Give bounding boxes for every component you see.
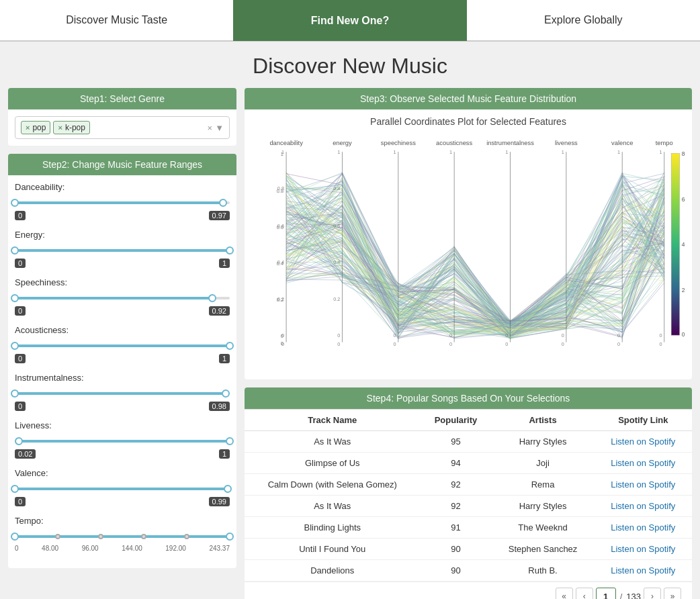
slider-fill-5 bbox=[19, 440, 230, 443]
slider-thumb-tempo-60[interactable] bbox=[141, 534, 146, 539]
tempo-tick-4: 192.00 bbox=[165, 545, 186, 552]
svg-text:40: 40 bbox=[682, 241, 685, 248]
slider-thumb-right-4[interactable] bbox=[222, 389, 230, 398]
slider-thumb-left-1[interactable] bbox=[11, 246, 19, 255]
svg-text:0.8: 0.8 bbox=[277, 185, 284, 191]
slider-val-right-3: 1 bbox=[219, 354, 230, 363]
table-row: As It Was95Harry StylesListen on Spotify bbox=[245, 431, 692, 453]
genre-dropdown-icon[interactable]: ▼ bbox=[215, 123, 224, 133]
slider-row-tempo: Tempo:048.0096.00144.00192.00243.37 bbox=[15, 516, 230, 552]
cell-link-2: Listen on Spotify bbox=[595, 474, 692, 496]
page-total: 133 bbox=[626, 592, 641, 599]
slider-track-4[interactable] bbox=[15, 387, 230, 400]
svg-text:0: 0 bbox=[562, 341, 564, 347]
slider-thumb-left-2[interactable] bbox=[11, 294, 19, 302]
genre-tag-pop-remove[interactable]: × bbox=[26, 124, 30, 132]
cell-artist-6: Ruth B. bbox=[491, 560, 594, 582]
cell-popularity-2: 92 bbox=[421, 474, 492, 496]
slider-thumb-tempo-0[interactable] bbox=[11, 533, 19, 541]
slider-label-3: Acousticness: bbox=[15, 325, 230, 335]
slider-thumb-right-3[interactable] bbox=[226, 342, 234, 350]
page-next-btn[interactable]: › bbox=[644, 588, 661, 599]
page-prev-btn[interactable]: ‹ bbox=[576, 588, 593, 599]
table-header-row: Track NamePopularityArtistsSpotify Link bbox=[245, 410, 692, 431]
cell-track-6: Dandelions bbox=[245, 560, 421, 582]
step1-section: Step1: Select Genre × pop × k-pop × bbox=[8, 88, 236, 146]
right-panel: Step3: Observe Selected Music Feature Di… bbox=[245, 88, 692, 599]
cell-popularity-0: 95 bbox=[421, 431, 492, 453]
slider-fill-2 bbox=[15, 297, 212, 300]
page-sep: / bbox=[619, 592, 624, 599]
slider-row-0: Danceability:00.97 bbox=[15, 182, 230, 220]
chart-title: Parallel Coordinates Plot for Selected F… bbox=[251, 116, 685, 127]
svg-text:1: 1 bbox=[449, 149, 452, 155]
tab-discover[interactable]: Discover Music Taste bbox=[0, 0, 233, 41]
tempo-tick-3: 144.00 bbox=[122, 545, 142, 552]
slider-thumb-tempo-100[interactable] bbox=[226, 533, 234, 541]
slider-track-tempo[interactable] bbox=[15, 530, 230, 543]
genre-clear-icon[interactable]: × bbox=[208, 123, 213, 133]
slider-thumb-left-4[interactable] bbox=[11, 389, 19, 398]
genre-controls[interactable]: × ▼ bbox=[208, 123, 224, 133]
spotify-link-1[interactable]: Listen on Spotify bbox=[611, 458, 675, 468]
slider-track-0[interactable] bbox=[15, 196, 230, 210]
songs-table-wrapper[interactable]: Track NamePopularityArtistsSpotify Link … bbox=[245, 409, 692, 582]
slider-track-5[interactable] bbox=[15, 434, 230, 448]
genre-tag-pop: × pop bbox=[21, 121, 50, 134]
svg-text:80: 80 bbox=[682, 150, 685, 157]
cell-link-5: Listen on Spotify bbox=[595, 539, 692, 560]
col-header-3: Spotify Link bbox=[595, 410, 692, 431]
slider-values-5: 0.021 bbox=[15, 449, 230, 459]
slider-track-1[interactable] bbox=[15, 244, 230, 257]
slider-track-bg-5 bbox=[15, 440, 230, 443]
tab-find[interactable]: Find New One? bbox=[233, 0, 466, 41]
step4-section: Step4: Popular Songs Based On Your Selec… bbox=[245, 387, 692, 599]
slider-thumb-left-0[interactable] bbox=[11, 199, 19, 207]
svg-text:1: 1 bbox=[394, 149, 396, 155]
slider-label-2: Speechiness: bbox=[15, 277, 230, 287]
spotify-link-3[interactable]: Listen on Spotify bbox=[611, 501, 675, 511]
svg-text:instrumentalness: instrumentalness bbox=[486, 140, 534, 146]
spotify-link-6[interactable]: Listen on Spotify bbox=[611, 565, 675, 575]
table-row: Calm Down (with Selena Gomez)92RemaListe… bbox=[245, 474, 692, 496]
slider-thumb-right-0[interactable] bbox=[219, 199, 227, 207]
slider-thumb-tempo-20[interactable] bbox=[55, 534, 60, 539]
slider-thumb-left-3[interactable] bbox=[11, 342, 19, 350]
slider-row-1: Energy:01 bbox=[15, 230, 230, 268]
spotify-link-2[interactable]: Listen on Spotify bbox=[611, 479, 675, 490]
slider-values-1: 01 bbox=[15, 259, 230, 268]
slider-thumb-tempo-40[interactable] bbox=[98, 534, 103, 539]
spotify-link-0[interactable]: Listen on Spotify bbox=[611, 436, 675, 447]
slider-thumb-left-5[interactable] bbox=[15, 437, 23, 445]
genre-selector[interactable]: × pop × k-pop × ▼ bbox=[15, 116, 230, 139]
slider-thumb-tempo-80[interactable] bbox=[184, 534, 189, 539]
slider-thumb-right-6[interactable] bbox=[224, 485, 232, 493]
svg-text:valence: valence bbox=[611, 140, 633, 146]
slider-fill-3 bbox=[15, 344, 230, 347]
slider-label-0: Danceability: bbox=[15, 182, 230, 192]
svg-text:1: 1 bbox=[562, 149, 564, 155]
step1-body: × pop × k-pop × ▼ bbox=[8, 109, 236, 146]
spotify-link-4[interactable]: Listen on Spotify bbox=[611, 522, 675, 533]
svg-text:0: 0 bbox=[617, 341, 620, 347]
svg-text:0: 0 bbox=[562, 332, 564, 338]
tempo-ticks: 048.0096.00144.00192.00243.37 bbox=[15, 545, 230, 552]
slider-thumb-right-2[interactable] bbox=[208, 294, 216, 302]
tab-explore[interactable]: Explore Globally bbox=[467, 0, 700, 41]
main-layout: Step1: Select Genre × pop × k-pop × bbox=[0, 88, 700, 599]
slider-label-5: Liveness: bbox=[15, 420, 230, 430]
slider-thumb-left-6[interactable] bbox=[11, 485, 19, 493]
slider-track-6[interactable] bbox=[15, 482, 230, 496]
genre-tag-kpop-remove[interactable]: × bbox=[58, 124, 62, 132]
slider-thumb-right-5[interactable] bbox=[226, 437, 234, 445]
slider-track-3[interactable] bbox=[15, 339, 230, 353]
slider-track-2[interactable] bbox=[15, 291, 230, 305]
page-last-btn[interactable]: » bbox=[664, 588, 681, 599]
spotify-link-5[interactable]: Listen on Spotify bbox=[611, 544, 675, 554]
slider-thumb-right-1[interactable] bbox=[226, 246, 234, 255]
slider-fill-1 bbox=[15, 249, 230, 252]
svg-text:0.6: 0.6 bbox=[277, 223, 284, 229]
svg-text:20: 20 bbox=[682, 287, 685, 293]
svg-text:0: 0 bbox=[337, 332, 340, 338]
page-first-btn[interactable]: « bbox=[556, 588, 573, 599]
